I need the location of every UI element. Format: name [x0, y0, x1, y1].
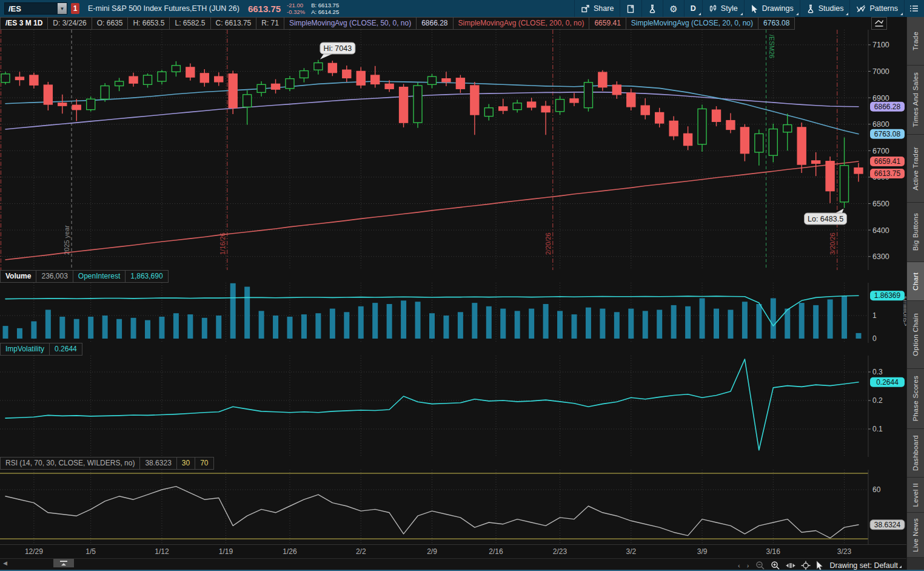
sidebar-tab-phase-scores[interactable]: Phase Scores [907, 369, 924, 429]
dropdown-corner-icon [698, 13, 701, 15]
svg-text:0.2644: 0.2644 [876, 378, 899, 387]
rsi-bubble: 38.6324 [870, 520, 905, 530]
svg-text:1/26: 1/26 [283, 547, 297, 556]
sidebar-tab-dashboard[interactable]: Dashboard [907, 429, 924, 478]
svg-text:0.3: 0.3 [872, 368, 883, 376]
sma50-study-value: 6866.28 [417, 17, 453, 30]
sidebar-filler [907, 558, 924, 571]
open-interest-label[interactable]: OpenInterest [73, 270, 126, 283]
sidebar-tab-option-chain[interactable]: Option Chain [907, 301, 924, 369]
rsi-panel: 6038.6324 [0, 470, 906, 544]
svg-text:6613.75: 6613.75 [874, 169, 901, 178]
studies-label: Studies [819, 4, 844, 13]
panel-collapse-handle[interactable] [53, 559, 74, 567]
svg-text:2/16: 2/16 [489, 547, 503, 556]
sidebar-tab-big-buttons[interactable]: Big Buttons [907, 203, 924, 262]
sidebar-tab-live-news[interactable]: Live News [907, 513, 924, 558]
share-label: Share [594, 4, 614, 13]
style-button[interactable]: Style [703, 0, 744, 17]
svg-text:2/23: 2/23 [553, 547, 567, 556]
rsi-oversold-level: 30 [177, 457, 195, 470]
sidebar-tab-times-and-sales[interactable]: Times And Sales [907, 66, 924, 135]
gadget-sidebar: Trade Times And Sales Active Trader Big … [906, 17, 924, 571]
handle-bar-icon [60, 561, 67, 562]
notes-button[interactable] [620, 0, 641, 17]
patterns-label: Patterns [869, 4, 898, 13]
svg-text:7000: 7000 [872, 67, 889, 76]
handle-triangle-icon [61, 563, 66, 566]
svg-text:6500: 6500 [872, 200, 889, 208]
svg-text:2/20/26: 2/20/26 [544, 232, 552, 255]
price-chart-canvas[interactable]: 2025 year1/16/262/20/26/ESM263/20/26Hi: … [0, 30, 906, 270]
instrument-description: E-mini S&P 500 Index Futures,ETH (JUN 26… [88, 4, 239, 13]
dropdown-corner-icon [796, 13, 798, 15]
iv-chart-canvas[interactable]: 0.30.20.10.2644 [0, 356, 906, 457]
ohlc-close: C: 6613.75 [211, 17, 257, 30]
svg-text:60: 60 [872, 485, 881, 494]
symbol-dropdown-icon[interactable]: ▼ [58, 3, 67, 14]
drawings-label: Drawings [762, 4, 794, 13]
svg-text:2025 year: 2025 year [63, 225, 70, 255]
svg-text:6400: 6400 [872, 226, 889, 235]
svg-text:1: 1 [872, 311, 877, 320]
zoom-in-icon[interactable] [771, 561, 780, 570]
timeframe-button[interactable]: D [685, 0, 702, 17]
svg-text:1/16/26: 1/16/26 [219, 232, 226, 255]
page-back-icon[interactable]: ‹ [738, 562, 742, 569]
iv-header-strip: ImpVolatility 0.2644 [0, 343, 906, 356]
flask-icon [806, 4, 815, 13]
symbol-input-value[interactable]: /ES [5, 4, 58, 13]
chart-menu-button[interactable] [905, 0, 924, 17]
share-button[interactable]: Share [575, 0, 620, 17]
ohlc-open: O: 6635 [92, 17, 129, 30]
svg-text:6866.28: 6866.28 [874, 103, 901, 111]
rsi-study-label[interactable]: RSI (14, 70, 30, CLOSE, WILDERS, no) [0, 457, 140, 470]
date-axis-canvas: 12/291/51/121/191/262/22/92/162/233/23/9… [0, 544, 906, 558]
sidebar-tab-chart[interactable]: Chart [907, 262, 924, 301]
alert-count-badge[interactable]: 1 [71, 3, 79, 14]
chart-area: /ES 3 M 1D D: 3/24/26 O: 6635 H: 6653.5 … [0, 17, 906, 571]
rsi-header-strip: RSI (14, 70, 30, CLOSE, WILDERS, no) 38.… [0, 457, 906, 470]
sidebar-tab-trade[interactable]: Trade [907, 17, 924, 66]
svg-text:3/2: 3/2 [626, 547, 636, 556]
svg-text:2/2: 2/2 [356, 547, 366, 556]
volume-study-label[interactable]: Volume [0, 270, 36, 283]
rsi-chart-canvas[interactable]: 6038.6324 [0, 470, 906, 544]
note-flag-icon [626, 4, 635, 13]
sma50-study-label[interactable]: SimpleMovingAvg (CLOSE, 50, 0, no) [284, 17, 417, 30]
top-toolbar: /ES ▼ 1 E-mini S&P 500 Index Futures,ETH… [0, 0, 924, 17]
candle-spacing-icon[interactable] [786, 561, 795, 570]
sma200-price-bubble: 6659.41 [870, 157, 905, 166]
svg-text:6900: 6900 [872, 94, 889, 103]
sma200-study-label[interactable]: SimpleMovingAvg (CLOSE, 200, 0, no) [454, 17, 590, 30]
restore-chart-button[interactable] [871, 17, 887, 30]
settings-button[interactable]: ⚙ [663, 0, 683, 17]
volume-header-strip: Volume 236,003 OpenInterest 1,863,690 [0, 270, 906, 283]
symbol-input[interactable]: /ES ▼ [4, 2, 67, 15]
studies-button[interactable]: Studies [800, 0, 850, 17]
scroll-left-icon[interactable]: ◀ [3, 560, 7, 566]
iv-bubble: 0.2644 [870, 377, 905, 387]
page-forward-icon[interactable]: › [747, 562, 751, 569]
patterns-button[interactable]: Patterns [850, 0, 904, 17]
iv-study-label[interactable]: ImpVolatility [0, 343, 50, 356]
volume-chart-canvas[interactable]: 101.86369<millions> [0, 283, 906, 343]
svg-text:6700: 6700 [872, 147, 889, 155]
sidebar-tab-level-ii[interactable]: Level II [907, 478, 924, 513]
crosshair-icon[interactable] [801, 561, 811, 570]
sma20-study-label[interactable]: SimpleMovingAvg (CLOSE, 20, 0, no) [626, 17, 758, 30]
drawings-button[interactable]: Drawings [745, 0, 800, 17]
ask-value: A: 6614.25 [311, 8, 339, 15]
price-change: -21.00 -0.32% [287, 2, 305, 15]
analyze-button[interactable] [642, 0, 663, 17]
sidebar-tab-active-trader[interactable]: Active Trader [907, 135, 924, 203]
cursor-icon [751, 4, 758, 13]
svg-text:Lo: 6483.5: Lo: 6483.5 [808, 215, 843, 223]
drawing-set-selector[interactable]: Drawing set: Default [829, 561, 903, 570]
svg-text:2/9: 2/9 [427, 547, 437, 556]
flask-icon [648, 4, 657, 13]
chart-line-icon [874, 19, 884, 27]
svg-text:Hi: 7043: Hi: 7043 [324, 44, 352, 53]
pointer-cursor-icon[interactable] [816, 561, 824, 570]
zoom-out-icon[interactable] [755, 561, 765, 570]
